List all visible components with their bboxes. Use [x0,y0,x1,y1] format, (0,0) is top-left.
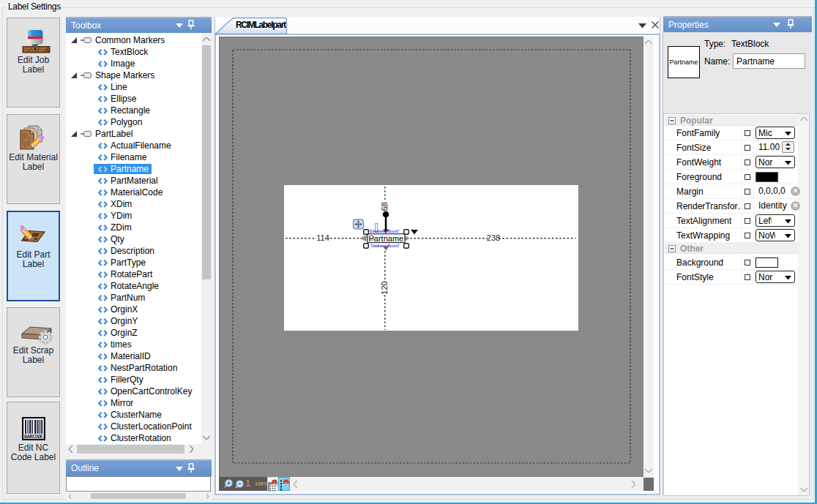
svg-text:RCIMLabelpart: RCIMLabelpart [236,20,286,30]
svg-text:238: 238 [487,233,500,242]
svg-text:"Database=Bound": "Database=Bound" [370,229,400,233]
svg-text:120: 120 [380,281,389,294]
svg-text:BARCODE: BARCODE [24,434,43,440]
svg-text:114: 114 [316,233,329,242]
svg-text:"Database=Bound": "Database=Bound" [370,244,400,248]
